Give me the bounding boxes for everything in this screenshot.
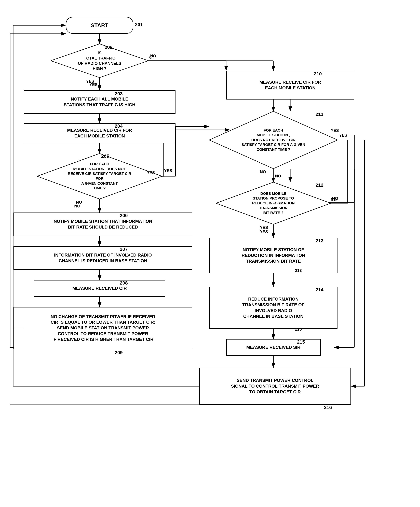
no-label-212: NO: [331, 197, 337, 202]
node-207: INFORMATION BIT RATE OF INVOLVED RADIOCH…: [14, 246, 192, 270]
ref-214: 214: [316, 287, 323, 292]
no-label-205: NO: [76, 200, 82, 204]
ref-207: 207: [120, 246, 128, 252]
yes-label-211: YES: [331, 128, 339, 133]
ref-213: 213: [316, 238, 323, 244]
ref-204: 204: [115, 123, 123, 129]
node-209: NO CHANGE OF TRANSMIT POWER IF RECEIVEDC…: [14, 307, 192, 349]
svg-text:YES: YES: [339, 133, 347, 137]
yes-label-205: YES: [147, 170, 155, 175]
svg-text:YES: YES: [164, 168, 172, 173]
ref-203: 203: [115, 91, 123, 97]
node-210: MEASURE RECEIVE CIR FOREACH MOBILE STATI…: [226, 71, 354, 99]
ref-205: 205: [101, 154, 109, 159]
svg-text:YES: YES: [260, 229, 268, 234]
node-204: MEASURE RECEIVED CIR FOREACH MOBILE STAT…: [24, 123, 176, 143]
node-203: NOTIFY EACH ALL MOBILESTATIONS THAT TRAF…: [24, 90, 176, 114]
svg-text:NO: NO: [275, 174, 281, 178]
node-208: MEASURE RECEIVED CIR: [34, 280, 165, 297]
decision-212: DOES MOBILESTATION PROPOSE TOREDUCE INFO…: [216, 182, 331, 224]
decision-202: ISTOTAL TRAFFICOF RADIO CHANNELSHIGH ?: [51, 44, 149, 77]
ref-215: 215: [297, 339, 305, 345]
ref-206: 206: [120, 213, 128, 218]
node-215: MEASURE RECEIVED SIR: [226, 339, 320, 356]
start-node: START: [66, 17, 133, 34]
no-label-202: NO: [149, 56, 155, 60]
ref-210: 210: [314, 71, 322, 77]
ref-211: 211: [316, 112, 323, 117]
node-214: REDUCE INFORMATIONTRANSMISSION BIT RATE …: [209, 287, 337, 329]
node-216: SEND TRANSMIT POWER CONTROLSIGNAL TO CON…: [199, 368, 351, 405]
flowchart-diagram: START 201 ISTOTAL TRAFFICOF RADIO CHANNE…: [0, 0, 420, 507]
ref-202: 202: [105, 45, 113, 50]
ref-208: 208: [120, 280, 128, 286]
ref-201: 201: [135, 22, 143, 27]
yes-label-212: YES: [260, 225, 268, 230]
ref-216: 216: [324, 405, 332, 410]
decision-205: FOR EACHMOBILE STATION, DOES NOTRECEIVE …: [37, 154, 162, 199]
node-206: NOTIFY MOBILE STATION THAT INFORMATIONBI…: [14, 212, 192, 236]
yes-label-202: YES: [86, 79, 94, 84]
ref-212: 212: [316, 183, 323, 188]
decision-211: FOR EACHMOBILE STATION ,DOES NOT RECEIVE…: [209, 111, 337, 169]
ref-209: 209: [115, 350, 123, 355]
no-label-211: NO: [260, 169, 266, 174]
